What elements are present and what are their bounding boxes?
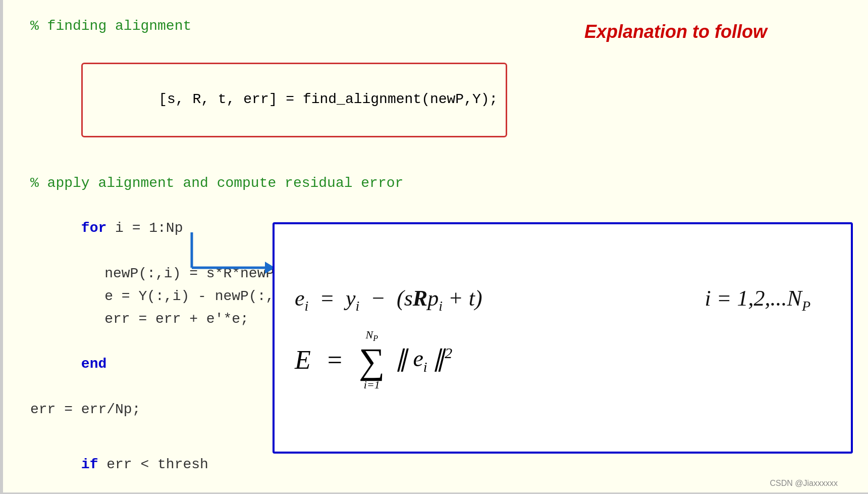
code-blank1	[30, 162, 838, 172]
norm-formula: ‖ ei ‖2	[390, 344, 452, 375]
blue-arrow	[182, 232, 278, 278]
sum-equals: =	[321, 345, 349, 375]
math-box: ei = yi − (sRpi + t) i = 1,2,...NP E = N…	[273, 222, 853, 454]
superscript-2: 2	[445, 344, 452, 361]
left-border	[0, 0, 3, 494]
math-formula1: ei = yi − (sRpi + t)	[295, 285, 482, 314]
sum-formula: E = NP ∑ i=1 ‖ ei ‖2	[295, 329, 452, 390]
watermark: CSDN @Jiaxxxxxx	[770, 479, 838, 488]
code-highlighted-line: [s, R, t, err] = find_alignment(newP,Y);	[30, 38, 838, 162]
code-for-rest: i = 1:Np	[106, 220, 183, 236]
math-row2: E = NP ∑ i=1 ‖ ei ‖2	[295, 329, 831, 390]
summation-symbol: NP ∑ i=1	[359, 329, 385, 390]
code-keyword-if: if	[81, 457, 98, 472]
code-keyword-end1: end	[81, 356, 106, 372]
code-comment1: % finding alignment	[30, 15, 838, 38]
math-index-label: i = 1,2,...NP	[705, 285, 810, 314]
sigma-symbol: ∑	[359, 343, 385, 379]
code-comment2: % apply alignment and compute residual e…	[30, 172, 838, 195]
highlighted-code-box: [s, R, t, err] = find_alignment(newP,Y);	[81, 63, 508, 137]
code-keyword-for: for	[81, 220, 106, 236]
sigma-bottom: i=1	[364, 379, 380, 390]
code-if-rest: err < thresh	[98, 457, 208, 472]
math-row1: ei = yi − (sRpi + t) i = 1,2,...NP	[295, 285, 831, 314]
main-container: Explanation to follow % finding alignmen…	[0, 0, 868, 494]
highlighted-code-text: [s, R, t, err] = find_alignment(newP,Y);	[158, 91, 498, 107]
sum-E-symbol: E	[295, 345, 311, 375]
